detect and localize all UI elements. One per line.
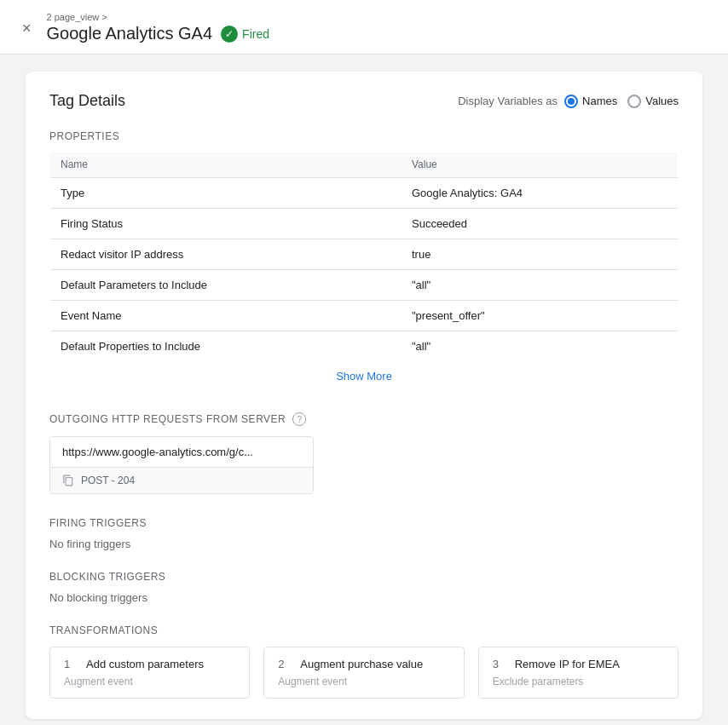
property-value: Google Analytics: GA4 — [402, 178, 679, 209]
no-firing-triggers-text: No firing triggers — [49, 538, 679, 550]
transformation-header: 1Add custom parameters — [64, 658, 235, 670]
blocking-triggers-label: Blocking Triggers — [49, 571, 679, 583]
transformations-row: 1Add custom parametersAugment event2Augm… — [49, 647, 679, 699]
display-variables-control: Display Variables as Names Values — [458, 95, 679, 108]
display-variables-label: Display Variables as — [458, 95, 558, 107]
transformation-card: 3Remove IP for EMEAExclude parameters — [478, 647, 679, 699]
table-row: Event Name"present_offer" — [50, 301, 679, 331]
show-more-button[interactable]: Show More — [336, 370, 392, 383]
transformation-name: Add custom parameters — [86, 658, 204, 670]
property-value: true — [402, 239, 679, 270]
property-name: Firing Status — [50, 209, 402, 239]
transformations-section: Transformations 1Add custom parametersAu… — [49, 624, 679, 699]
fired-badge: ✓ Fired — [221, 26, 269, 43]
col-value-header: Value — [402, 152, 679, 178]
radio-group: Names Values — [564, 95, 679, 108]
http-request-box: https://www.google-analytics.com/g/c... … — [49, 436, 314, 494]
http-url: https://www.google-analytics.com/g/c... — [50, 437, 313, 468]
http-info-icon: ? — [292, 412, 306, 426]
header-bar: × 2 page_view > Google Analytics GA4 ✓ F… — [0, 0, 728, 55]
properties-section: Properties Name Value TypeGoogle Analyti… — [49, 130, 679, 392]
names-option-label: Names — [582, 95, 617, 107]
transformation-name: Augment purchase value — [300, 658, 423, 670]
copy-icon — [62, 475, 74, 486]
firing-triggers-section: Firing Triggers No firing triggers — [49, 517, 679, 550]
table-row: Redact visitor IP addresstrue — [50, 239, 679, 270]
table-row: Firing StatusSucceeded — [50, 209, 679, 239]
property-value: "present_offer" — [402, 301, 679, 331]
table-row: Default Parameters to Include"all" — [50, 270, 679, 301]
close-button[interactable]: × — [17, 19, 37, 37]
tag-details-card: Tag Details Display Variables as Names V… — [26, 72, 702, 719]
names-radio-circle — [564, 95, 578, 108]
breadcrumb: 2 page_view > — [47, 12, 269, 22]
page-title-row: Google Analytics GA4 ✓ Fired — [47, 24, 269, 43]
main-content: Tag Details Display Variables as Names V… — [0, 55, 728, 725]
property-value: Succeeded — [402, 209, 679, 239]
http-section-label: Outgoing HTTP Requests from Server — [49, 413, 286, 425]
http-section: Outgoing HTTP Requests from Server ? htt… — [49, 412, 679, 497]
transformation-header: 2Augment purchase value — [278, 658, 449, 670]
properties-table: Name Value TypeGoogle Analytics: GA4Firi… — [49, 151, 679, 392]
blocking-triggers-section: Blocking Triggers No blocking triggers — [49, 571, 679, 604]
transformation-number: 3 — [493, 658, 506, 670]
property-name: Type — [50, 178, 402, 209]
no-blocking-triggers-text: No blocking triggers — [49, 591, 679, 604]
transformations-label: Transformations — [49, 624, 679, 636]
values-option-label: Values — [645, 95, 679, 107]
table-row: Default Properties to Include"all" — [50, 331, 679, 362]
transformation-card: 2Augment purchase valueAugment event — [263, 647, 464, 699]
transformation-number: 1 — [64, 658, 78, 670]
show-more-cell: Show More — [50, 361, 679, 392]
firing-triggers-label: Firing Triggers — [49, 517, 679, 529]
properties-section-label: Properties — [49, 130, 679, 142]
table-header-row: Name Value — [50, 152, 679, 178]
header-title-area: 2 page_view > Google Analytics GA4 ✓ Fir… — [47, 12, 269, 43]
table-row: TypeGoogle Analytics: GA4 — [50, 178, 679, 209]
http-method-label: POST - 204 — [81, 475, 135, 486]
card-title: Tag Details — [49, 92, 125, 110]
values-radio-circle — [627, 95, 641, 108]
transformation-number: 2 — [278, 658, 292, 670]
property-name: Default Parameters to Include — [50, 270, 402, 301]
transformation-name: Remove IP for EMEA — [515, 658, 620, 670]
fired-icon: ✓ — [221, 26, 238, 43]
page-title: Google Analytics GA4 — [47, 24, 213, 43]
names-radio-option[interactable]: Names — [564, 95, 617, 108]
transformation-type: Exclude parameters — [493, 676, 664, 688]
show-more-row: Show More — [50, 361, 679, 392]
property-value: "all" — [402, 270, 679, 301]
transformation-header: 3Remove IP for EMEA — [493, 658, 664, 670]
values-radio-option[interactable]: Values — [627, 95, 679, 108]
col-name-header: Name — [50, 152, 402, 178]
transformation-type: Augment event — [278, 676, 449, 688]
property-name: Redact visitor IP address — [50, 239, 402, 270]
property-value: "all" — [402, 331, 679, 362]
property-name: Default Properties to Include — [50, 331, 402, 362]
property-name: Event Name — [50, 301, 402, 331]
fired-label: Fired — [242, 27, 269, 41]
transformation-type: Augment event — [64, 676, 235, 688]
card-header: Tag Details Display Variables as Names V… — [49, 92, 679, 110]
transformation-card: 1Add custom parametersAugment event — [49, 647, 250, 699]
http-method: POST - 204 — [50, 468, 313, 493]
